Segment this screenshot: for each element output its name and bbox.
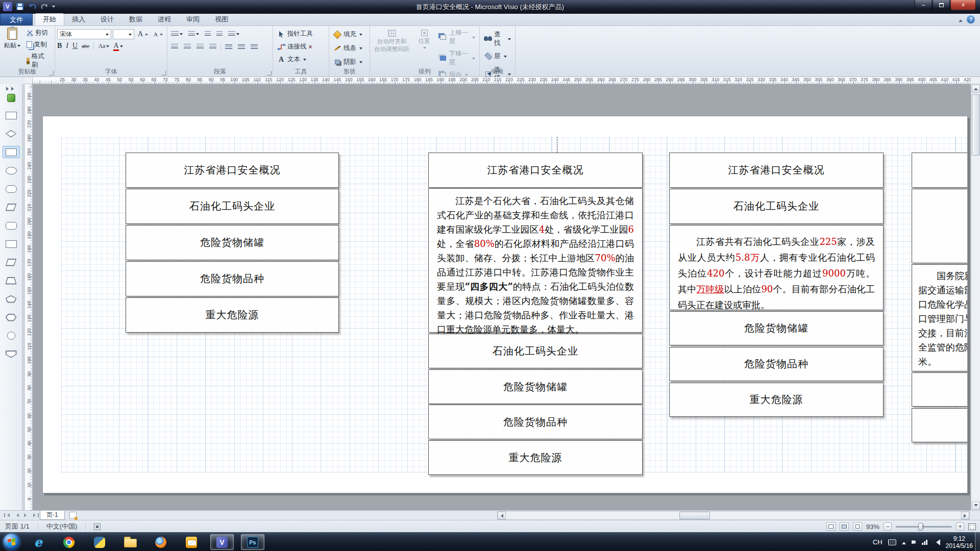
shape-master-ellipse[interactable] [3, 164, 20, 177]
paragraph-dialog-launcher[interactable] [267, 71, 272, 76]
panel-splitter[interactable] [22, 84, 25, 510]
tab-review[interactable]: 审阅 [179, 13, 207, 26]
macro-record-icon[interactable] [94, 523, 101, 530]
clipboard-dialog-launcher[interactable] [49, 71, 54, 76]
clock[interactable]: 9:12 2014/5/16 [946, 535, 973, 549]
page-indicator[interactable]: 页面 1/1 [5, 522, 30, 531]
tab-view[interactable]: 视图 [207, 13, 236, 26]
increase-indent-button[interactable] [215, 30, 224, 38]
flowchart-box[interactable]: 危险货物品种 [428, 405, 643, 439]
maximize-button[interactable] [933, 0, 950, 10]
shape-master-pentagon[interactable] [3, 293, 20, 305]
flowchart-box[interactable]: 重大危险源 [669, 383, 884, 417]
zoom-out-button[interactable]: − [884, 522, 892, 531]
tab-process[interactable]: 进程 [150, 13, 179, 26]
expand-shapes-button[interactable] [0, 84, 22, 91]
flowchart-text-box[interactable]: 江苏是个石化大省，石油化工码头及其仓储式石化产业的基础支撑和生命线，依托沿江港口… [428, 188, 643, 333]
font-color-button[interactable]: A [113, 42, 122, 50]
zoom-slider[interactable] [896, 526, 952, 528]
tab-home[interactable]: 开始 [35, 13, 64, 26]
taskbar-photoshop-button[interactable]: Ps [241, 534, 264, 550]
shape-master-rounded-rectangle[interactable] [3, 219, 20, 232]
flowchart-box[interactable]: 江苏省港口安全概况 [126, 153, 339, 188]
pointer-tool-button[interactable]: 指针工具 [275, 29, 327, 39]
text-tool-button[interactable]: A 文本 [275, 54, 327, 65]
font-dialog-launcher[interactable] [161, 71, 166, 76]
find-button[interactable]: 查找 [482, 29, 513, 48]
flowchart-box[interactable] [912, 189, 968, 263]
bring-forward-button[interactable]: 上移一层 [437, 28, 477, 47]
font-size-select[interactable] [113, 29, 134, 39]
zoom-in-button[interactable]: + [956, 522, 964, 531]
drawing-page[interactable]: 江苏省港口安全概况 石油化工码头企业 危险货物储罐 危险货物品种 重大危险源 江… [42, 116, 968, 493]
strikethrough-button[interactable]: abc [82, 43, 89, 49]
first-page-button[interactable] [3, 512, 11, 519]
next-page-button[interactable] [22, 512, 30, 519]
align-left-button[interactable] [169, 42, 180, 51]
flowchart-box[interactable]: 危险货物品种 [126, 261, 339, 296]
layers-button[interactable]: 层 [482, 51, 513, 62]
shrink-font-button[interactable]: A [152, 29, 165, 39]
copy-button[interactable]: 复制 [24, 39, 53, 50]
paste-button[interactable]: 粘贴 [2, 28, 22, 70]
flowchart-box[interactable] [912, 408, 968, 442]
shape-master-hexagon[interactable] [3, 311, 20, 323]
action-center-icon[interactable] [912, 540, 916, 544]
horizontal-scrollbar[interactable] [497, 511, 970, 520]
flowchart-box[interactable]: 危险货物储罐 [669, 311, 884, 345]
tab-file[interactable]: 文件 [0, 13, 33, 26]
flowchart-box[interactable]: 重大危险源 [126, 297, 339, 333]
align-middle-button[interactable] [236, 42, 247, 51]
scroll-right-button[interactable] [961, 512, 969, 519]
align-right-button[interactable] [195, 42, 205, 51]
shape-master-parallelogram[interactable] [3, 256, 20, 268]
shape-master-shield[interactable] [3, 348, 20, 360]
keyboard-layout-icon[interactable] [888, 539, 896, 545]
flowchart-box[interactable]: 江苏省港口安全概况 [428, 153, 643, 188]
flowchart-box[interactable]: 危险货物品种 [669, 347, 884, 381]
insert-page-button[interactable] [69, 512, 77, 519]
italic-button[interactable]: I [66, 42, 68, 50]
font-family-select[interactable]: 宋体 [57, 29, 111, 39]
line-button[interactable]: 线条 [331, 43, 368, 54]
shape-master-callout[interactable] [3, 183, 20, 195]
decrease-indent-button[interactable] [203, 30, 212, 38]
horizontal-ruler[interactable]: 2530354045505560657075808590951001051101… [33, 77, 971, 84]
help-icon[interactable]: ? [967, 15, 975, 23]
taskbar-folder-button[interactable] [118, 534, 142, 550]
language-indicator[interactable]: 中文(中国) [46, 522, 78, 531]
align-center-button[interactable] [182, 42, 192, 51]
vertical-scroll-thumb[interactable] [972, 94, 980, 156]
flowchart-text-box[interactable]: 江苏省共有石油化工码头企业225家，涉及从业人员大约5.8万人，拥有专业化石油化… [669, 225, 884, 310]
flowchart-box[interactable]: 石油化工码头企业 [669, 189, 884, 224]
flowchart-box[interactable] [912, 372, 968, 407]
grow-font-button[interactable]: A [136, 29, 150, 39]
shape-master-parallelogram[interactable] [3, 201, 20, 213]
taskbar-ie-button[interactable]: e [27, 534, 50, 550]
show-desktop-button[interactable] [975, 532, 980, 551]
minimize-button[interactable]: − [915, 0, 932, 10]
taskbar-chrome-button[interactable] [57, 534, 81, 550]
shape-master-rectangle[interactable] [3, 109, 20, 121]
align-top-button[interactable] [224, 42, 234, 51]
tab-data[interactable]: 数据 [121, 13, 150, 26]
scroll-down-button[interactable] [972, 502, 980, 510]
justify-button[interactable] [208, 42, 218, 51]
flowchart-box[interactable]: 江苏省港口安全概况 [669, 153, 884, 188]
vertical-ruler[interactable]: 2902802702602502402302202102001901801701… [25, 84, 33, 510]
flowchart-box[interactable] [912, 153, 968, 188]
drawing-canvas[interactable]: 江苏省港口安全概况 石油化工码头企业 危险货物储罐 危险货物品种 重大危险源 江… [33, 84, 971, 510]
more-shapes-icon[interactable] [7, 94, 15, 102]
scroll-left-button[interactable] [498, 512, 506, 519]
fullscreen-view-button[interactable] [840, 522, 849, 531]
send-backward-button[interactable]: 下移一层 [437, 48, 477, 68]
flowchart-box[interactable]: 重大危险源 [428, 440, 643, 475]
numbering-button[interactable] [187, 30, 201, 38]
connection-point-tool-icon[interactable]: × [309, 43, 312, 51]
page-tab[interactable]: 页-1 [40, 511, 65, 520]
change-case-button[interactable]: Aa [98, 42, 109, 50]
shape-master-diamond[interactable] [3, 128, 20, 140]
shadow-button[interactable]: 阴影 [331, 57, 368, 67]
volume-icon[interactable] [933, 539, 940, 545]
horizontal-scroll-thumb[interactable] [679, 512, 710, 519]
